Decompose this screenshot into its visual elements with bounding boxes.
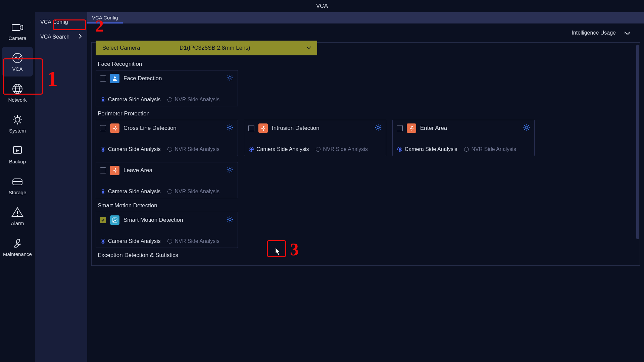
nav-label: VCA xyxy=(12,66,23,72)
gear-icon[interactable] xyxy=(226,74,234,83)
maintenance-icon xyxy=(11,237,24,249)
svg-point-9 xyxy=(229,126,231,128)
feature-icon xyxy=(110,166,119,175)
svg-point-15 xyxy=(229,168,231,171)
feature-card-face-detection: Face Detection Camera Side Analysis NVR … xyxy=(96,70,238,106)
checkbox[interactable] xyxy=(397,125,403,131)
subnav-vca-config[interactable]: VCA Config xyxy=(35,15,87,30)
feature-name: Intrusion Detection xyxy=(272,125,319,132)
vca-icon xyxy=(11,52,24,64)
radio-nvr-side[interactable]: NVR Side Analysis xyxy=(167,238,219,244)
feature-icon xyxy=(110,215,119,225)
chevron-down-icon xyxy=(300,45,317,51)
svg-point-13 xyxy=(525,126,528,128)
radio-camera-side[interactable]: Camera Side Analysis xyxy=(101,189,161,195)
gear-icon[interactable] xyxy=(523,124,530,133)
network-icon xyxy=(11,83,24,95)
radio-label: NVR Side Analysis xyxy=(175,238,219,244)
nav-label: Backup xyxy=(9,159,26,164)
checkbox[interactable] xyxy=(248,125,254,131)
select-camera-value: D1(IPC325SB 2.8mm Lens) xyxy=(180,45,300,51)
svg-point-17 xyxy=(114,218,115,219)
nav-label: Camera xyxy=(8,35,26,41)
svg-rect-0 xyxy=(12,24,20,31)
gear-icon[interactable] xyxy=(226,124,234,133)
gear-icon[interactable] xyxy=(226,216,234,224)
radio-camera-side[interactable]: Camera Side Analysis xyxy=(397,146,457,152)
chevron-right-icon xyxy=(79,34,82,40)
section-title: Exception Detection & Statistics xyxy=(98,252,636,259)
radio-label: Camera Side Analysis xyxy=(108,189,161,195)
chevron-down-icon[interactable] xyxy=(624,31,631,37)
feature-icon xyxy=(258,123,268,133)
radio-label: Camera Side Analysis xyxy=(108,146,161,152)
radio-nvr-side[interactable]: NVR Side Analysis xyxy=(167,189,219,195)
svg-point-7 xyxy=(229,76,231,79)
nav-storage[interactable]: Storage xyxy=(2,170,33,200)
svg-point-14 xyxy=(115,168,116,169)
nav-network[interactable]: Network xyxy=(2,78,33,107)
radio-camera-side[interactable]: Camera Side Analysis xyxy=(101,238,161,244)
select-camera-label: Select Camera xyxy=(96,45,180,51)
radio-label: Camera Side Analysis xyxy=(405,146,457,152)
title-bar: VCA xyxy=(0,0,644,12)
tab-vca-config[interactable]: VCA Config xyxy=(87,13,123,23)
feature-name: Cross Line Detection xyxy=(123,125,177,132)
system-icon xyxy=(11,114,24,126)
nav-vca[interactable]: VCA xyxy=(2,47,33,76)
radio-label: NVR Side Analysis xyxy=(323,146,368,152)
feature-card-leave-area: Leave Area Camera Side Analysis NVR Side… xyxy=(96,162,238,198)
radio-camera-side[interactable]: Camera Side Analysis xyxy=(101,146,161,152)
svg-point-10 xyxy=(263,126,264,127)
radio-nvr-side[interactable]: NVR Side Analysis xyxy=(316,146,368,152)
nav-camera[interactable]: Camera xyxy=(2,16,33,46)
radio-label: Camera Side Analysis xyxy=(256,146,309,152)
radio-nvr-side[interactable]: NVR Side Analysis xyxy=(167,97,219,103)
tab-row: VCA Config xyxy=(87,12,644,23)
alarm-icon xyxy=(11,206,24,218)
checkbox[interactable] xyxy=(100,125,106,131)
checkbox[interactable] xyxy=(100,217,106,223)
svg-point-8 xyxy=(115,126,116,127)
feature-name: Leave Area xyxy=(123,167,152,174)
subnav-label: VCA Config xyxy=(40,19,68,25)
nav-label: System xyxy=(9,128,26,134)
radio-label: Camera Side Analysis xyxy=(108,97,161,103)
radio-nvr-side[interactable]: NVR Side Analysis xyxy=(167,146,219,152)
svg-point-11 xyxy=(377,126,379,128)
svg-point-6 xyxy=(114,76,116,79)
radio-nvr-side[interactable]: NVR Side Analysis xyxy=(464,146,516,152)
sidebar-nav: CameraVCANetworkSystemBackupStorageAlarm… xyxy=(0,12,35,362)
feature-card-smart-motion-detection: Smart Motion Detection Camera Side Analy… xyxy=(96,212,238,248)
gear-icon[interactable] xyxy=(375,124,382,133)
main-panel: Select Camera D1(IPC325SB 2.8mm Lens) Fa… xyxy=(91,42,640,266)
feature-name: Enter Area xyxy=(420,125,447,132)
radio-label: NVR Side Analysis xyxy=(175,97,219,103)
intelligence-usage-label[interactable]: Intelligence Usage xyxy=(572,30,616,36)
storage-icon xyxy=(11,175,24,188)
feature-card-enter-area: Enter Area Camera Side Analysis NVR Side… xyxy=(392,120,535,156)
subnav-vca-search[interactable]: VCA Search xyxy=(35,30,87,44)
scrollbar[interactable] xyxy=(636,45,639,239)
feature-name: Face Detection xyxy=(123,75,162,82)
checkbox[interactable] xyxy=(100,167,106,173)
nav-maintenance[interactable]: Maintenance xyxy=(2,232,33,262)
select-camera-dropdown[interactable]: Select Camera D1(IPC325SB 2.8mm Lens) xyxy=(96,41,317,55)
radio-label: NVR Side Analysis xyxy=(175,146,219,152)
backup-icon xyxy=(11,145,24,157)
svg-point-4 xyxy=(15,117,20,122)
radio-camera-side[interactable]: Camera Side Analysis xyxy=(249,146,309,152)
nav-label: Network xyxy=(8,97,27,103)
camera-icon xyxy=(11,21,24,33)
nav-alarm[interactable]: Alarm xyxy=(2,201,33,231)
radio-label: NVR Side Analysis xyxy=(472,146,516,152)
feature-card-intrusion-detection: Intrusion Detection Camera Side Analysis… xyxy=(244,120,386,156)
nav-system[interactable]: System xyxy=(2,109,33,138)
feature-icon xyxy=(407,123,416,133)
nav-backup[interactable]: Backup xyxy=(2,140,33,169)
checkbox[interactable] xyxy=(100,75,106,82)
nav-label: Storage xyxy=(9,190,27,195)
feature-card-cross-line-detection: Cross Line Detection Camera Side Analysi… xyxy=(96,120,238,156)
radio-camera-side[interactable]: Camera Side Analysis xyxy=(101,97,161,103)
gear-icon[interactable] xyxy=(226,166,234,175)
